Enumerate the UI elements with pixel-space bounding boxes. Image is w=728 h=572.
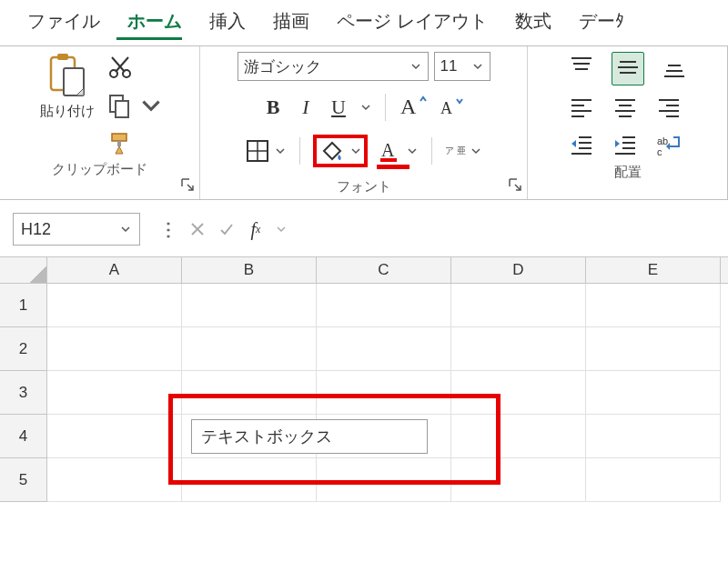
paste-icon [46, 52, 89, 99]
increase-indent-icon [612, 132, 639, 157]
formula-menu[interactable]: ⋮ [155, 216, 182, 243]
row-header[interactable]: 2 [0, 327, 47, 371]
decrease-indent-icon [568, 132, 595, 157]
annotation-underline [377, 165, 410, 169]
tab-page-layout[interactable]: ページ レイアウト [337, 9, 488, 34]
group-alignment: abc 配置 [528, 46, 727, 199]
fill-color-button[interactable] [313, 135, 368, 167]
phonetic-button[interactable]: ア 亜 [445, 145, 482, 157]
increase-font-button[interactable]: A [399, 92, 428, 122]
cell[interactable] [317, 327, 451, 371]
align-left-icon [568, 95, 595, 120]
decrease-indent-button[interactable] [568, 132, 595, 160]
font-launcher[interactable] [507, 176, 523, 196]
chevron-down-icon[interactable] [359, 101, 372, 114]
font-size-value: 11 [440, 57, 458, 75]
tab-insert[interactable]: 挿入 [209, 9, 246, 34]
cell[interactable] [47, 415, 182, 458]
align-top-button[interactable] [568, 55, 595, 83]
copy-button[interactable] [106, 92, 165, 119]
paste-button[interactable]: 貼り付け [35, 52, 99, 120]
spreadsheet-grid[interactable]: A B C D E 1 2 3 4 5 テキストボックス [0, 256, 728, 502]
group-font-label: フォント [337, 178, 391, 196]
ruby-icon: ア 亜 [445, 146, 466, 156]
chevron-down-icon[interactable] [275, 223, 288, 236]
decrease-font-button[interactable]: A [437, 92, 466, 122]
col-header[interactable]: D [451, 257, 586, 283]
tab-data[interactable]: デーﾀ [579, 9, 624, 34]
cell[interactable] [182, 327, 317, 371]
format-painter-icon [106, 130, 134, 157]
cell[interactable] [586, 371, 721, 415]
borders-button[interactable] [245, 138, 287, 164]
tab-file[interactable]: ファイル [27, 9, 100, 34]
cell[interactable] [47, 327, 182, 371]
name-box-value: H12 [21, 220, 51, 239]
align-center-button[interactable] [612, 95, 639, 123]
increase-indent-button[interactable] [612, 132, 639, 160]
chevron-down-icon [274, 145, 287, 157]
cell[interactable] [451, 284, 586, 327]
cell[interactable] [586, 284, 721, 327]
align-bottom-button[interactable] [661, 55, 688, 83]
chevron-down-icon [410, 60, 422, 73]
cancel-button[interactable] [184, 216, 211, 243]
chevron-down-icon [119, 223, 132, 236]
name-box[interactable]: H12 [13, 213, 140, 246]
cut-button[interactable] [106, 54, 165, 81]
chevron-down-icon [471, 60, 484, 73]
copy-icon [106, 92, 134, 119]
col-header[interactable]: C [317, 257, 451, 283]
cell[interactable] [451, 327, 586, 371]
cell[interactable] [47, 458, 182, 502]
active-tab-underline [116, 37, 182, 40]
font-name-select[interactable]: 游ゴシック [238, 52, 429, 81]
group-clipboard-label: クリップボード [52, 161, 147, 178]
tab-draw[interactable]: 描画 [273, 9, 309, 34]
cell[interactable] [586, 458, 721, 502]
tab-home[interactable]: ホーム [127, 9, 182, 34]
scissors-icon [106, 54, 134, 81]
clipboard-launcher[interactable] [179, 176, 196, 196]
enter-button[interactable] [213, 216, 240, 243]
align-left-button[interactable] [568, 95, 595, 123]
select-all-corner[interactable] [0, 257, 47, 283]
col-header[interactable]: E [586, 257, 721, 283]
align-center-icon [612, 95, 639, 120]
align-right-button[interactable] [655, 95, 682, 123]
svg-text:A: A [381, 140, 395, 160]
group-font: 游ゴシック 11 B I U A A [200, 46, 528, 199]
svg-rect-9 [116, 101, 128, 117]
textbox-shape[interactable]: テキストボックス [191, 419, 428, 454]
wrap-text-button[interactable]: abc [655, 132, 682, 160]
cell[interactable] [586, 327, 721, 371]
tab-formulas[interactable]: 数式 [515, 9, 551, 34]
cell[interactable] [586, 415, 721, 458]
cell[interactable] [317, 284, 451, 327]
col-header[interactable]: B [182, 257, 317, 283]
increase-font-icon: A [399, 92, 428, 119]
font-color-icon: A [377, 138, 402, 164]
ribbon: 貼り付け [0, 45, 728, 200]
format-painter-button[interactable] [106, 130, 165, 157]
check-icon [218, 221, 235, 237]
cell[interactable] [47, 371, 182, 415]
row-header[interactable]: 1 [0, 284, 47, 327]
font-size-select[interactable]: 11 [434, 52, 490, 81]
align-middle-button[interactable] [612, 52, 644, 85]
underline-button[interactable]: U [327, 95, 350, 119]
row-header[interactable]: 4 [0, 415, 47, 458]
x-icon [189, 221, 206, 237]
italic-button[interactable]: I [294, 95, 318, 119]
bold-button[interactable]: B [261, 95, 285, 119]
row-header[interactable]: 5 [0, 458, 47, 502]
cell[interactable] [182, 284, 317, 327]
font-color-button[interactable]: A [377, 138, 419, 164]
insert-function-button[interactable]: fx [242, 216, 269, 243]
paste-label: 貼り付け [40, 103, 95, 120]
svg-text:A: A [400, 95, 417, 118]
row-header[interactable]: 3 [0, 371, 47, 415]
cell[interactable] [47, 284, 182, 327]
chevron-down-icon [470, 145, 482, 157]
col-header[interactable]: A [47, 257, 182, 283]
